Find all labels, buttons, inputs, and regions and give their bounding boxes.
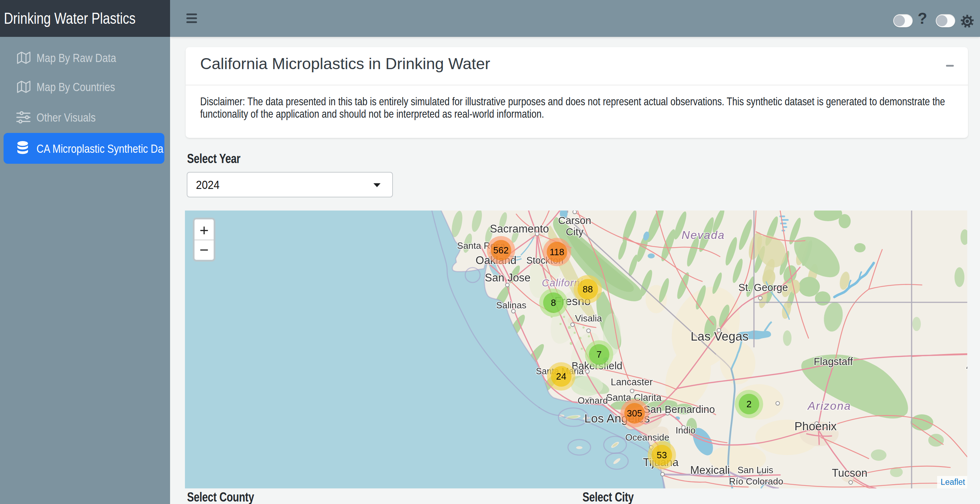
svg-text:Tucson: Tucson <box>832 467 868 479</box>
svg-text:Oxnard: Oxnard <box>578 395 608 406</box>
svg-text:Flagstaff: Flagstaff <box>814 356 854 367</box>
svg-text:Visalia: Visalia <box>575 313 602 324</box>
svg-text:Indio: Indio <box>676 425 695 435</box>
svg-text:San Jose: San Jose <box>485 271 530 284</box>
svg-text:City: City <box>566 226 584 238</box>
svg-text:San Bernardino: San Bernardino <box>643 404 715 415</box>
svg-text:San Luis: San Luis <box>737 465 773 475</box>
svg-text:Sacramento: Sacramento <box>490 223 549 235</box>
svg-text:Las Vegas: Las Vegas <box>690 329 748 343</box>
svg-text:Salinas: Salinas <box>496 300 526 311</box>
svg-text:Carson: Carson <box>558 215 591 226</box>
svg-text:Nevada: Nevada <box>682 229 725 241</box>
svg-text:Arizona: Arizona <box>807 399 851 412</box>
svg-text:Phoenix: Phoenix <box>794 419 837 433</box>
svg-text:Mexicali: Mexicali <box>690 464 730 476</box>
svg-text:Lancaster: Lancaster <box>611 377 653 388</box>
svg-text:A: A <box>966 359 967 371</box>
svg-text:St. George: St. George <box>738 282 788 293</box>
svg-text:Río Colorado: Río Colorado <box>729 476 783 486</box>
